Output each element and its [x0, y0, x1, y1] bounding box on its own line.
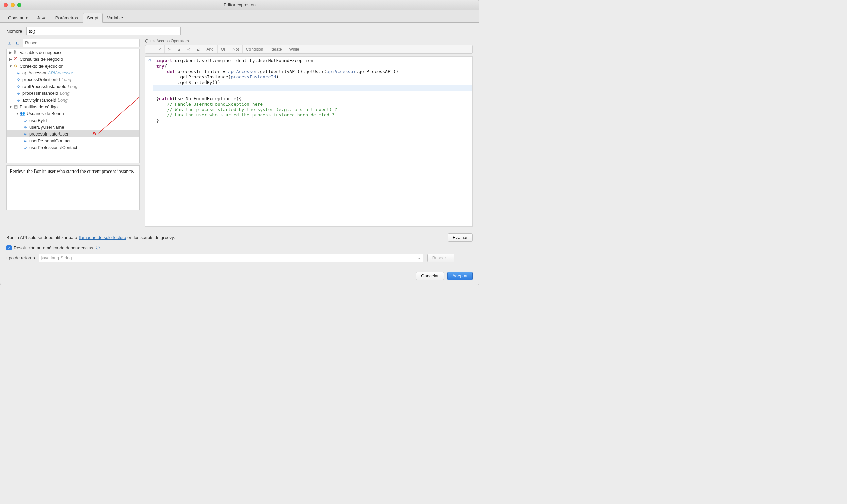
tree-node-business-variables[interactable]: ▶🗄Variables de negocio [7, 49, 139, 56]
expand-all-icon[interactable]: ⊞ [6, 40, 13, 46]
return-type-label: tipo de retorno [6, 255, 35, 260]
bottom-panel: Bonita API solo se debe utilizar para ll… [0, 231, 479, 285]
code-editor[interactable]: ◁ import org.bonitasoft.engine.identity.… [145, 56, 473, 227]
right-column: Quick Access Operators = ≠ > ≥ < ≤ And O… [145, 39, 473, 227]
evaluate-button[interactable]: Evaluar [448, 233, 473, 242]
info-icon[interactable]: ⓘ [96, 245, 100, 250]
tree-leaf-userpersonalcontact[interactable]: ⬙userPersonalContact [7, 137, 139, 144]
tab-variable[interactable]: Variable [103, 13, 127, 23]
op-iterate[interactable]: Iterate [267, 45, 286, 53]
cursor-line [153, 85, 472, 91]
tree-leaf-userbyid[interactable]: ⬙userById [7, 117, 139, 124]
tree-node-business-queries[interactable]: ▶⦿Consultas de Negocio [7, 56, 139, 62]
op-and[interactable]: And [203, 45, 217, 53]
tree-toolbar: ⊞ ⊟ [6, 39, 140, 47]
fold-marker-icon: ◁ [148, 58, 151, 62]
cancel-button[interactable]: Cancelar [416, 272, 444, 280]
editor-gutter: ◁ [145, 57, 153, 226]
name-label: Nombre [6, 29, 22, 34]
titlebar: Editar expresion [0, 0, 479, 10]
op-eq[interactable]: = [145, 45, 155, 53]
op-lte[interactable]: ≤ [193, 45, 203, 53]
collapse-all-icon[interactable]: ⊟ [15, 40, 21, 46]
tab-java[interactable]: Java [33, 13, 51, 23]
quick-access-toolbar: = ≠ > ≥ < ≤ And Or Not Condition Iterate… [145, 45, 473, 54]
content-area: Nombre ⊞ ⊟ ▶🗄Variables de negocio ▶⦿Cons… [0, 23, 479, 231]
name-row: Nombre [6, 27, 473, 35]
expression-editor-window: Editar expresion Constante Java Parámetr… [0, 0, 479, 285]
name-input[interactable] [26, 27, 181, 35]
tree-node-execution-context[interactable]: ▼⚙Contexto de ejecución [7, 62, 139, 69]
tab-parametros[interactable]: Parámetros [51, 13, 83, 23]
api-note-row: Bonita API solo se debe utilizar para ll… [6, 233, 473, 242]
return-type-select[interactable]: java.lang.String ⌄ [39, 254, 423, 262]
tree-node-bonita-users[interactable]: ▼👥Usuarios de Bonita [7, 110, 139, 117]
op-or[interactable]: Or [218, 45, 229, 53]
tree-leaf-apiaccessor[interactable]: ⬙apiAccessorAPIAccessor [7, 69, 139, 76]
window-title: Editar expresion [0, 2, 479, 7]
expression-type-tabs: Constante Java Parámetros Script Variabl… [0, 10, 479, 23]
readonly-calls-link[interactable]: llamadas de sólo lectura [79, 235, 126, 240]
variable-tree[interactable]: ▶🗄Variables de negocio ▶⦿Consultas de Ne… [6, 49, 140, 163]
left-column: ⊞ ⊟ ▶🗄Variables de negocio ▶⦿Consultas d… [6, 39, 140, 227]
annotation-label-a: A [92, 130, 96, 136]
tree-leaf-userprofessionalcontact[interactable]: ⬙userProfessionalContact [7, 144, 139, 151]
auto-dependency-row: ✓ Resolución automática de dependencias … [6, 245, 473, 250]
tree-leaf-activityinstanceid[interactable]: ⬙activityInstanceIdLong [7, 96, 139, 103]
dialog-actions: Cancelar Aceptar [6, 272, 473, 280]
auto-dependency-checkbox[interactable]: ✓ [6, 245, 12, 250]
tree-search-input[interactable] [23, 39, 140, 47]
op-gte[interactable]: ≥ [174, 45, 184, 53]
tree-leaf-processinstanceid[interactable]: ⬙processInstanceIdLong [7, 90, 139, 96]
description-box: Retrieve the Bonita user who started the… [6, 165, 140, 210]
search-type-button[interactable]: Buscar... [427, 254, 455, 262]
tree-leaf-processinitiatoruser[interactable]: ⬙processInitiatorUser [7, 130, 139, 137]
main-split: ⊞ ⊟ ▶🗄Variables de negocio ▶⦿Consultas d… [6, 39, 473, 227]
chevron-down-icon: ⌄ [417, 255, 421, 260]
return-type-value: java.lang.String [41, 255, 72, 260]
op-while[interactable]: While [286, 45, 303, 53]
tree-leaf-processdefinitionid[interactable]: ⬙processDefinitionIdLong [7, 76, 139, 83]
op-not[interactable]: Not [229, 45, 243, 53]
return-type-row: tipo de retorno java.lang.String ⌄ Busca… [6, 254, 473, 262]
api-note-text: Bonita API solo se debe utilizar para ll… [6, 235, 175, 240]
op-condition[interactable]: Condition [243, 45, 267, 53]
op-lt[interactable]: < [184, 45, 193, 53]
tree-node-code-templates[interactable]: ▼▤Plantillas de código [7, 103, 139, 110]
op-gt[interactable]: > [165, 45, 174, 53]
auto-dependency-label: Resolución automática de dependencias [14, 245, 93, 250]
tree-leaf-rootprocessinstanceid[interactable]: ⬙rootProcessInstanceIdLong [7, 83, 139, 90]
op-neq[interactable]: ≠ [155, 45, 165, 53]
accept-button[interactable]: Aceptar [447, 272, 473, 280]
quick-access-label: Quick Access Operators [145, 39, 473, 43]
tab-script[interactable]: Script [83, 13, 103, 23]
tab-constante[interactable]: Constante [4, 13, 33, 23]
tree-leaf-userbyusername[interactable]: ⬙userByUserName [7, 124, 139, 130]
code-area[interactable]: import org.bonitasoft.engine.identity.Us… [153, 57, 472, 226]
